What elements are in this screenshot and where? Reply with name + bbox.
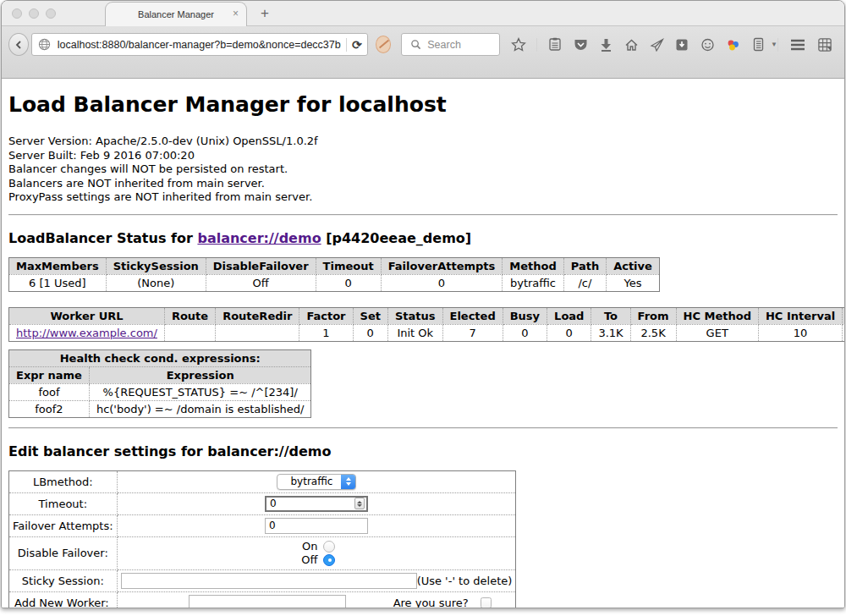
search-icon <box>408 37 423 52</box>
bookmark-star-icon[interactable] <box>511 37 526 52</box>
url-text[interactable]: localhost:8880/balancer-manager?b=demo&n… <box>58 39 341 51</box>
col-active: Active <box>607 257 660 274</box>
tab-close-icon[interactable]: × <box>233 8 239 19</box>
radio-off[interactable] <box>323 554 335 566</box>
cell-stickysession: (None) <box>106 274 206 291</box>
form-row-add-worker: Add New Worker: Are you sure? <box>9 591 516 608</box>
col-failoverattempts: FailoverAttempts <box>381 257 503 274</box>
server-version: Server Version: Apache/2.5.0-dev (Unix) … <box>8 135 838 149</box>
select-stepper-icon <box>341 475 355 489</box>
timeout-input[interactable] <box>265 496 368 512</box>
zoom-window-button[interactable] <box>46 8 56 19</box>
new-tab-button[interactable]: + <box>261 5 269 22</box>
radio-off-label: Off <box>297 553 317 567</box>
number-spinner-icon[interactable] <box>354 498 365 509</box>
status-heading-suffix: [p4420eeae_demo] <box>321 230 472 246</box>
cell-status: Init Ok <box>387 324 442 341</box>
col-passes: Passes <box>843 307 844 324</box>
col-expression: Expression <box>89 366 311 383</box>
colors-theme-icon[interactable] <box>725 37 740 52</box>
reload-icon[interactable]: ⟳ <box>352 38 362 52</box>
notice-persist: Balancer changes will NOT be persisted o… <box>8 162 838 177</box>
cell-to: 3.1K <box>591 324 630 341</box>
back-button[interactable] <box>8 33 29 56</box>
expr-row: foof2 hc('body') =~ /domain is establish… <box>9 400 311 417</box>
cell-expr-name: foof <box>9 383 90 400</box>
search-bar[interactable]: Search <box>401 33 500 56</box>
hamburger-menu-icon[interactable] <box>790 37 805 52</box>
divider <box>8 427 838 429</box>
cell-active: Yes <box>607 274 660 291</box>
notice-inherit: Balancers are NOT inherited from main se… <box>8 177 838 191</box>
sidebar-panel-icon[interactable] <box>750 37 766 52</box>
content-blocked-icon[interactable] <box>376 36 392 53</box>
apps-grid-icon[interactable] <box>817 37 832 52</box>
add-worker-input[interactable] <box>189 595 346 608</box>
cell-worker-url: http://www.example.com/ <box>9 324 165 341</box>
col-elected: Elected <box>442 307 503 324</box>
col-route: Route <box>164 307 215 324</box>
table-row: 6 [1 Used] (None) Off 0 0 bytraffic /c/ … <box>9 274 660 291</box>
cell-maxmembers: 6 [1 Used] <box>9 274 107 291</box>
expr-row: foof %{REQUEST_STATUS} =~ /^[234]/ <box>9 383 311 400</box>
reading-list-icon[interactable] <box>547 37 563 52</box>
cell-factor: 1 <box>299 324 353 341</box>
cell-expression: hc('body') =~ /domain is established/ <box>89 400 311 417</box>
col-factor: Factor <box>299 307 353 324</box>
page-content: Load Balancer Manager for localhost Serv… <box>2 79 844 608</box>
cell-disablefailover: Off <box>206 274 316 291</box>
worker-url-link[interactable]: http://www.example.com/ <box>16 327 157 339</box>
col-expr-name: Expr name <box>9 366 90 383</box>
tab-balancer-manager[interactable]: Balancer Manager × <box>105 2 247 26</box>
send-plane-icon[interactable] <box>649 37 664 52</box>
back-arrow-icon <box>14 41 23 49</box>
sticky-session-input[interactable] <box>121 573 417 589</box>
tab-title: Balancer Manager <box>138 9 214 19</box>
col-path: Path <box>563 257 606 274</box>
radio-on[interactable] <box>323 541 335 553</box>
col-from: From <box>630 307 676 324</box>
failover-attempts-input[interactable] <box>265 518 368 534</box>
globe-icon[interactable] <box>37 37 52 52</box>
minimize-window-button[interactable] <box>29 8 39 19</box>
home-icon[interactable] <box>624 37 639 52</box>
timeout-label: Timeout: <box>9 492 118 514</box>
save-to-device-icon[interactable] <box>674 37 689 52</box>
radio-on-label: On <box>297 540 317 553</box>
server-info: Server Version: Apache/2.5.0-dev (Unix) … <box>8 135 838 205</box>
confirm-checkbox[interactable] <box>481 597 492 608</box>
cell-set: 0 <box>353 324 387 341</box>
toolbar-icons: ▼ <box>511 33 777 56</box>
col-busy: Busy <box>503 307 547 324</box>
col-timeout: Timeout <box>316 257 381 274</box>
cell-elected: 7 <box>442 324 503 341</box>
col-stickysession: StickySession <box>106 257 206 274</box>
search-placeholder[interactable]: Search <box>427 39 461 51</box>
cell-expr-name: foof2 <box>9 400 90 417</box>
cell-method: bytraffic <box>503 274 563 291</box>
divider <box>8 214 838 216</box>
col-routeredir: RouteRedir <box>216 307 299 324</box>
table-title-row: Health check cond. expressions: <box>9 349 311 366</box>
col-hc-method: HC Method <box>676 307 758 324</box>
col-set: Set <box>353 307 387 324</box>
confirm-label: Are you sure? <box>393 597 469 608</box>
url-bar[interactable]: localhost:8880/balancer-manager?b=demo&n… <box>31 33 368 56</box>
download-icon[interactable] <box>598 37 613 52</box>
chevron-down-icon[interactable]: ▼ <box>771 41 777 48</box>
cell-load: 0 <box>547 324 591 341</box>
table-header-row: Worker URL Route RouteRedir Factor Set S… <box>9 307 845 324</box>
lbmethod-select[interactable]: bytraffic <box>277 474 357 490</box>
close-window-button[interactable] <box>12 8 22 19</box>
status-heading: LoadBalancer Status for balancer://demo … <box>8 230 838 246</box>
edit-settings-form: LBmethod: bytraffic Timeout: <box>8 470 516 608</box>
pocket-icon[interactable] <box>573 37 588 52</box>
chat-smiley-icon[interactable] <box>700 37 715 52</box>
col-load: Load <box>547 307 591 324</box>
col-method: Method <box>503 257 563 274</box>
balancer-link[interactable]: balancer://demo <box>197 230 321 246</box>
balancer-status-table: MaxMembers StickySession DisableFailover… <box>8 257 660 292</box>
page-title: Load Balancer Manager for localhost <box>8 92 838 117</box>
failover-label: Failover Attempts: <box>9 514 118 536</box>
cell-timeout: 0 <box>316 274 381 291</box>
